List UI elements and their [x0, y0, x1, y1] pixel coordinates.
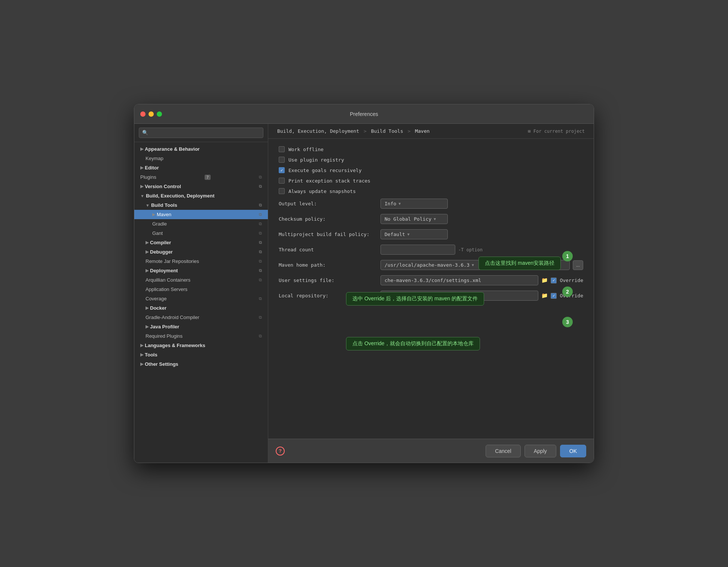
breadcrumb-part-3: Maven — [415, 128, 429, 134]
sidebar-item-label: Gradle — [152, 221, 167, 227]
settings-content: Work offline Use plugin registry Execute… — [268, 139, 594, 439]
sidebar-item-tools[interactable]: ▶ Tools — [134, 350, 268, 359]
checksum-policy-select[interactable]: No Global Policy ▼ — [380, 214, 448, 224]
checkbox-work-offline-label: Work offline — [288, 147, 324, 152]
sidebar-item-label: Deployment — [150, 268, 178, 273]
copy-icon: ⧉ — [259, 231, 262, 236]
search-input[interactable] — [150, 130, 260, 136]
maven-home-path-value: /usr/local/apache-maven-3.6.3 — [385, 262, 469, 268]
copy-icon: ⧉ — [259, 175, 262, 180]
tooltip-maven-home: 点击这里找到 maven安装路径 — [478, 257, 561, 270]
sidebar-item-gradle-android[interactable]: Gradle-Android Compiler ⧉ — [134, 313, 268, 322]
copy-icon: ⧉ — [259, 296, 262, 301]
title-bar: Preferences — [134, 104, 594, 124]
checkbox-work-offline[interactable] — [279, 146, 285, 152]
folder-icon[interactable]: 📁 — [541, 277, 548, 284]
checkbox-print-exception-row: Print exception stack traces — [279, 178, 583, 184]
sidebar-item-build-tools[interactable]: ▼ Build Tools ⧉ — [134, 200, 268, 210]
output-level-label: Output level: — [279, 201, 376, 206]
sidebar-item-label: Keymap — [146, 156, 163, 161]
badge-1: 1 — [562, 251, 573, 261]
checkbox-work-offline-row: Work offline — [279, 146, 583, 152]
thread-count-control: -T option — [380, 245, 583, 255]
sidebar-item-version-control[interactable]: ▶ Version Control ⧉ — [134, 182, 268, 191]
checkbox-use-plugin-registry[interactable] — [279, 157, 285, 163]
sidebar-item-build-exec-deploy[interactable]: ▼ Build, Execution, Deployment — [134, 191, 268, 200]
sidebar-item-label: Application Servers — [146, 286, 187, 292]
chevron-right-icon: ▶ — [140, 147, 143, 151]
maven-home-path-label: Maven home path: — [279, 262, 376, 268]
sidebar-item-compiler[interactable]: ▶ Compiler ⧉ — [134, 238, 268, 247]
sidebar-item-remote-jar[interactable]: Remote Jar Repositories ⧉ — [134, 257, 268, 266]
search-wrapper[interactable]: 🔍 — [139, 128, 263, 138]
breadcrumb: Build, Execution, Deployment > Build Too… — [277, 128, 429, 134]
chevron-right-icon: ▶ — [140, 352, 143, 357]
sidebar-item-label: Maven — [157, 212, 171, 217]
maven-home-browse-button[interactable]: ... — [573, 260, 583, 270]
sidebar-item-required-plugins[interactable]: Required Plugins ⧉ — [134, 331, 268, 341]
bottom-buttons: Cancel Apply OK — [486, 445, 586, 457]
override-checkbox-local-repo[interactable] — [551, 293, 557, 299]
sidebar-item-arquillian[interactable]: Arquillian Containers ⧉ — [134, 275, 268, 285]
user-settings-file-input[interactable] — [380, 275, 538, 285]
search-icon: 🔍 — [142, 130, 148, 136]
maximize-button[interactable] — [157, 111, 162, 117]
copy-icon: ⧉ — [259, 334, 262, 338]
breadcrumb-sep-1: > — [364, 128, 370, 134]
multiproject-policy-control: Default ▼ — [380, 229, 583, 239]
sidebar-item-appearance[interactable]: ▶ Appearance & Behavior — [134, 144, 268, 154]
checkbox-execute-goals[interactable] — [279, 167, 285, 173]
sidebar-item-other-settings[interactable]: ▶ Other Settings — [134, 359, 268, 369]
help-button[interactable]: ? — [276, 447, 285, 456]
ok-button[interactable]: OK — [560, 445, 586, 457]
sidebar-item-plugins[interactable]: Plugins 7 ⧉ — [134, 172, 268, 182]
sidebar-nav: ▶ Appearance & Behavior Keymap ▶ Editor … — [134, 142, 268, 463]
sidebar-item-label: Appearance & Behavior — [145, 146, 200, 152]
checksum-policy-label: Checksum policy: — [279, 216, 376, 222]
thread-count-input[interactable] — [380, 245, 455, 255]
sidebar-item-label: Arquillian Containers — [146, 277, 190, 283]
sidebar-item-label: Debugger — [150, 249, 173, 255]
checkbox-always-update-row: Always update snapshots — [279, 188, 583, 194]
sidebar-item-docker[interactable]: ▶ Docker — [134, 303, 268, 313]
minimize-button[interactable] — [149, 111, 154, 117]
chevron-down-icon: ▼ — [146, 203, 150, 208]
close-button[interactable] — [140, 111, 146, 117]
sidebar-item-app-servers[interactable]: Application Servers — [134, 285, 268, 294]
multiproject-policy-select[interactable]: Default ▼ — [380, 229, 448, 239]
chevron-right-icon: ▶ — [146, 324, 149, 329]
cancel-button[interactable]: Cancel — [486, 445, 521, 457]
sidebar-item-debugger[interactable]: ▶ Debugger ⧉ — [134, 247, 268, 257]
folder-icon[interactable]: 📁 — [541, 292, 548, 299]
settings-content-inner: Work offline Use plugin registry Execute… — [279, 146, 583, 301]
breadcrumb-part-2: Build Tools — [371, 128, 403, 134]
t-option-label: -T option — [458, 247, 483, 252]
sidebar-item-languages[interactable]: ▶ Languages & Frameworks — [134, 341, 268, 350]
thread-count-label: Thread count — [279, 247, 376, 252]
checkbox-print-exception[interactable] — [279, 178, 285, 184]
user-settings-file-control: 📁 Override — [380, 275, 583, 285]
sidebar-item-editor[interactable]: ▶ Editor — [134, 163, 268, 172]
sidebar-item-java-profiler[interactable]: ▶ Java Profiler — [134, 322, 268, 331]
chevron-down-icon: ▼ — [434, 217, 436, 221]
sidebar-item-gant[interactable]: Gant ⧉ — [134, 229, 268, 238]
copy-icon: ⧉ — [259, 278, 262, 282]
copy-icon: ⧉ — [259, 315, 262, 320]
sidebar-item-label: Gradle-Android Compiler — [146, 315, 199, 320]
chevron-down-icon: ▼ — [472, 263, 474, 267]
sidebar-item-maven[interactable]: ▶ Maven ⧉ — [134, 210, 268, 219]
sidebar-item-coverage[interactable]: Coverage ⧉ — [134, 294, 268, 303]
sidebar-item-keymap[interactable]: Keymap — [134, 154, 268, 163]
sidebar-item-gradle[interactable]: Gradle ⧉ — [134, 219, 268, 229]
override-checkbox-user-settings[interactable] — [551, 278, 557, 284]
copy-icon: ⧉ — [259, 259, 262, 264]
sidebar-item-label: Docker — [150, 305, 166, 311]
sidebar-item-label: Coverage — [146, 296, 166, 301]
multiproject-policy-label: Multiproject build fail policy: — [279, 232, 376, 237]
sidebar-item-deployment[interactable]: ▶ Deployment ⧉ — [134, 266, 268, 275]
breadcrumb-part-1: Build, Execution, Deployment — [277, 128, 359, 134]
sidebar-item-label: Version Control — [145, 184, 181, 189]
output-level-select[interactable]: Info ▼ — [380, 199, 448, 209]
apply-button[interactable]: Apply — [524, 445, 556, 457]
checkbox-always-update[interactable] — [279, 188, 285, 194]
